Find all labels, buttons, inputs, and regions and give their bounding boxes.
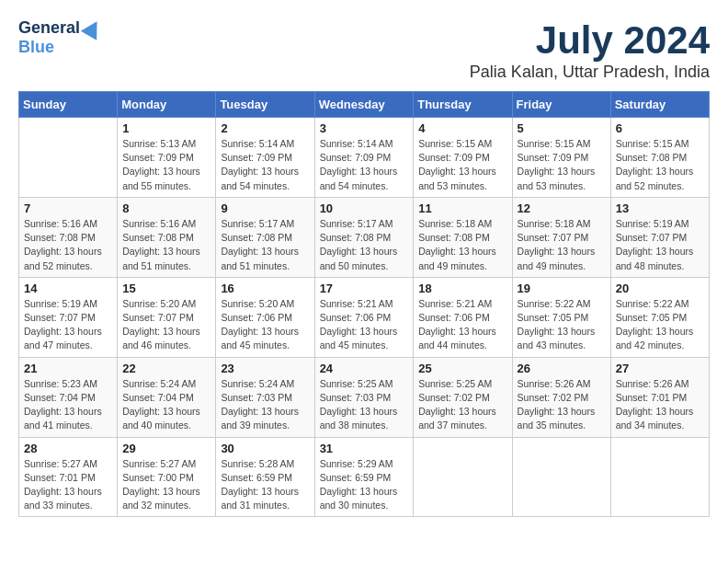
day-number: 31 — [320, 442, 409, 455]
day-number: 15 — [122, 282, 210, 295]
day-info: Sunrise: 5:27 AMSunset: 7:00 PMDaylight:… — [122, 457, 210, 513]
calendar-cell: 23Sunrise: 5:24 AMSunset: 7:03 PMDayligh… — [216, 357, 314, 437]
day-number: 21 — [24, 362, 112, 375]
day-info: Sunrise: 5:23 AMSunset: 7:04 PMDaylight:… — [24, 377, 112, 433]
day-info: Sunrise: 5:28 AMSunset: 6:59 PMDaylight:… — [221, 457, 309, 513]
day-number: 17 — [320, 282, 409, 295]
day-number: 11 — [418, 201, 506, 215]
day-number: 30 — [221, 442, 309, 455]
weekday-header-sunday: Sunday — [19, 92, 118, 118]
location-subtitle: Palia Kalan, Uttar Pradesh, India — [470, 63, 710, 82]
day-number: 6 — [616, 121, 704, 135]
calendar-week-row: 1Sunrise: 5:13 AMSunset: 7:09 PMDaylight… — [19, 118, 710, 198]
day-info: Sunrise: 5:14 AMSunset: 7:09 PMDaylight:… — [221, 137, 309, 193]
day-info: Sunrise: 5:14 AMSunset: 7:09 PMDaylight:… — [320, 137, 409, 193]
calendar-table: SundayMondayTuesdayWednesdayThursdayFrid… — [18, 91, 710, 517]
calendar-cell: 29Sunrise: 5:27 AMSunset: 7:00 PMDayligh… — [118, 437, 216, 517]
day-number: 3 — [320, 121, 409, 135]
day-info: Sunrise: 5:18 AMSunset: 7:07 PMDaylight:… — [518, 217, 606, 273]
calendar-cell: 5Sunrise: 5:15 AMSunset: 7:09 PMDaylight… — [512, 118, 610, 198]
day-info: Sunrise: 5:17 AMSunset: 7:08 PMDaylight:… — [221, 217, 309, 273]
day-info: Sunrise: 5:19 AMSunset: 7:07 PMDaylight:… — [616, 217, 704, 273]
logo-general-text: General — [18, 18, 80, 38]
day-info: Sunrise: 5:27 AMSunset: 7:01 PMDaylight:… — [24, 457, 112, 513]
day-number: 8 — [122, 201, 210, 215]
calendar-cell: 1Sunrise: 5:13 AMSunset: 7:09 PMDaylight… — [118, 118, 216, 198]
weekday-header-tuesday: Tuesday — [216, 92, 314, 118]
day-info: Sunrise: 5:15 AMSunset: 7:09 PMDaylight:… — [418, 137, 506, 193]
day-info: Sunrise: 5:21 AMSunset: 7:06 PMDaylight:… — [418, 297, 506, 353]
calendar-cell: 13Sunrise: 5:19 AMSunset: 7:07 PMDayligh… — [610, 197, 709, 277]
day-info: Sunrise: 5:25 AMSunset: 7:03 PMDaylight:… — [320, 377, 409, 433]
day-number: 19 — [518, 282, 606, 295]
logo-triangle-icon — [81, 17, 105, 40]
calendar-cell — [19, 118, 118, 198]
calendar-cell: 10Sunrise: 5:17 AMSunset: 7:08 PMDayligh… — [314, 197, 414, 277]
weekday-header-row: SundayMondayTuesdayWednesdayThursdayFrid… — [19, 92, 710, 118]
day-info: Sunrise: 5:15 AMSunset: 7:09 PMDaylight:… — [518, 137, 606, 193]
title-block: July 2024 Palia Kalan, Uttar Pradesh, In… — [470, 18, 710, 82]
day-info: Sunrise: 5:15 AMSunset: 7:08 PMDaylight:… — [616, 137, 704, 193]
logo: General Blue — [18, 18, 102, 57]
day-info: Sunrise: 5:13 AMSunset: 7:09 PMDaylight:… — [122, 137, 210, 193]
logo-blue-text: Blue — [18, 38, 54, 57]
day-info: Sunrise: 5:26 AMSunset: 7:01 PMDaylight:… — [616, 377, 704, 433]
calendar-cell — [414, 437, 512, 517]
calendar-body: 1Sunrise: 5:13 AMSunset: 7:09 PMDaylight… — [19, 118, 710, 517]
calendar-cell: 28Sunrise: 5:27 AMSunset: 7:01 PMDayligh… — [19, 437, 118, 517]
calendar-cell — [512, 437, 610, 517]
calendar-cell: 15Sunrise: 5:20 AMSunset: 7:07 PMDayligh… — [118, 277, 216, 357]
day-number: 13 — [616, 201, 704, 215]
weekday-header-saturday: Saturday — [610, 92, 709, 118]
day-info: Sunrise: 5:24 AMSunset: 7:03 PMDaylight:… — [221, 377, 309, 433]
day-number: 28 — [24, 442, 112, 455]
calendar-header: SundayMondayTuesdayWednesdayThursdayFrid… — [19, 92, 710, 118]
day-info: Sunrise: 5:16 AMSunset: 7:08 PMDaylight:… — [24, 217, 112, 273]
calendar-cell: 8Sunrise: 5:16 AMSunset: 7:08 PMDaylight… — [118, 197, 216, 277]
day-number: 7 — [24, 201, 112, 215]
day-info: Sunrise: 5:22 AMSunset: 7:05 PMDaylight:… — [616, 297, 704, 353]
calendar-cell: 9Sunrise: 5:17 AMSunset: 7:08 PMDaylight… — [216, 197, 314, 277]
day-number: 5 — [518, 121, 606, 135]
weekday-header-monday: Monday — [118, 92, 216, 118]
calendar-cell: 31Sunrise: 5:29 AMSunset: 6:59 PMDayligh… — [314, 437, 414, 517]
day-number: 26 — [518, 362, 606, 375]
calendar-week-row: 7Sunrise: 5:16 AMSunset: 7:08 PMDaylight… — [19, 197, 710, 277]
calendar-cell: 25Sunrise: 5:25 AMSunset: 7:02 PMDayligh… — [414, 357, 512, 437]
day-number: 1 — [122, 121, 210, 135]
calendar-cell: 4Sunrise: 5:15 AMSunset: 7:09 PMDaylight… — [414, 118, 512, 198]
day-number: 23 — [221, 362, 309, 375]
day-info: Sunrise: 5:20 AMSunset: 7:06 PMDaylight:… — [221, 297, 309, 353]
day-number: 16 — [221, 282, 309, 295]
calendar-cell: 3Sunrise: 5:14 AMSunset: 7:09 PMDaylight… — [314, 118, 414, 198]
weekday-header-thursday: Thursday — [414, 92, 512, 118]
day-info: Sunrise: 5:29 AMSunset: 6:59 PMDaylight:… — [320, 457, 409, 513]
month-year-title: July 2024 — [470, 18, 710, 63]
day-info: Sunrise: 5:25 AMSunset: 7:02 PMDaylight:… — [418, 377, 506, 433]
calendar-cell: 14Sunrise: 5:19 AMSunset: 7:07 PMDayligh… — [19, 277, 118, 357]
calendar-week-row: 14Sunrise: 5:19 AMSunset: 7:07 PMDayligh… — [19, 277, 710, 357]
day-info: Sunrise: 5:24 AMSunset: 7:04 PMDaylight:… — [122, 377, 210, 433]
calendar-cell: 18Sunrise: 5:21 AMSunset: 7:06 PMDayligh… — [414, 277, 512, 357]
day-number: 25 — [418, 362, 506, 375]
calendar-week-row: 28Sunrise: 5:27 AMSunset: 7:01 PMDayligh… — [19, 437, 710, 517]
day-number: 12 — [518, 201, 606, 215]
calendar-cell: 22Sunrise: 5:24 AMSunset: 7:04 PMDayligh… — [118, 357, 216, 437]
day-info: Sunrise: 5:17 AMSunset: 7:08 PMDaylight:… — [320, 217, 409, 273]
calendar-week-row: 21Sunrise: 5:23 AMSunset: 7:04 PMDayligh… — [19, 357, 710, 437]
weekday-header-wednesday: Wednesday — [314, 92, 414, 118]
calendar-cell: 17Sunrise: 5:21 AMSunset: 7:06 PMDayligh… — [314, 277, 414, 357]
calendar-cell: 19Sunrise: 5:22 AMSunset: 7:05 PMDayligh… — [512, 277, 610, 357]
calendar-cell: 27Sunrise: 5:26 AMSunset: 7:01 PMDayligh… — [610, 357, 709, 437]
day-number: 24 — [320, 362, 409, 375]
weekday-header-friday: Friday — [512, 92, 610, 118]
calendar-cell: 24Sunrise: 5:25 AMSunset: 7:03 PMDayligh… — [314, 357, 414, 437]
day-number: 18 — [418, 282, 506, 295]
calendar-cell: 11Sunrise: 5:18 AMSunset: 7:08 PMDayligh… — [414, 197, 512, 277]
calendar-cell: 6Sunrise: 5:15 AMSunset: 7:08 PMDaylight… — [610, 118, 709, 198]
calendar-cell — [610, 437, 709, 517]
day-info: Sunrise: 5:20 AMSunset: 7:07 PMDaylight:… — [122, 297, 210, 353]
day-number: 4 — [418, 121, 506, 135]
day-number: 27 — [616, 362, 704, 375]
day-info: Sunrise: 5:21 AMSunset: 7:06 PMDaylight:… — [320, 297, 409, 353]
